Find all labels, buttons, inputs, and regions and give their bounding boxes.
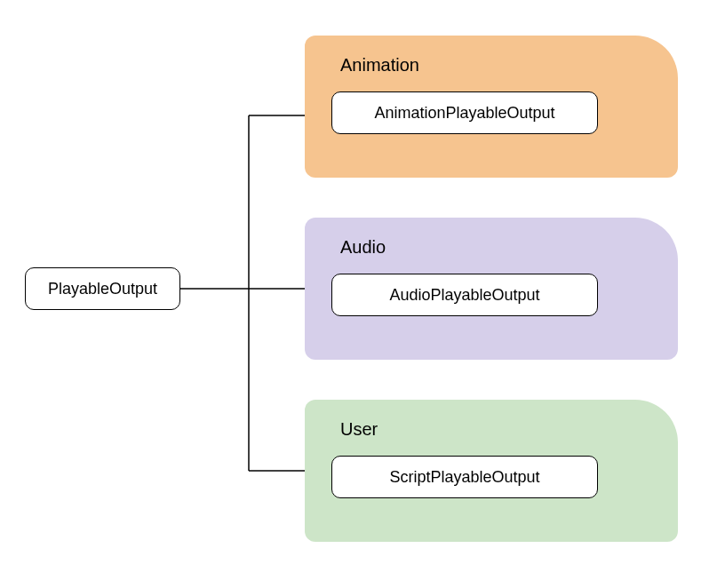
category-audio: Audio AudioPlayableOutput	[305, 218, 678, 360]
child-node-label: AnimationPlayableOutput	[374, 104, 554, 123]
category-title-animation: Animation	[340, 55, 651, 75]
child-node-audio-playable-output: AudioPlayableOutput	[331, 274, 598, 316]
child-node-script-playable-output: ScriptPlayableOutput	[331, 456, 598, 498]
root-node-label: PlayableOutput	[48, 280, 157, 298]
category-user: User ScriptPlayableOutput	[305, 400, 678, 542]
category-title-user: User	[340, 419, 651, 440]
child-node-label: ScriptPlayableOutput	[389, 468, 539, 487]
category-title-audio: Audio	[340, 237, 651, 258]
child-node-animation-playable-output: AnimationPlayableOutput	[331, 91, 598, 134]
child-node-label: AudioPlayableOutput	[389, 286, 539, 305]
root-node-playable-output: PlayableOutput	[25, 267, 180, 310]
category-animation: Animation AnimationPlayableOutput	[305, 36, 678, 178]
